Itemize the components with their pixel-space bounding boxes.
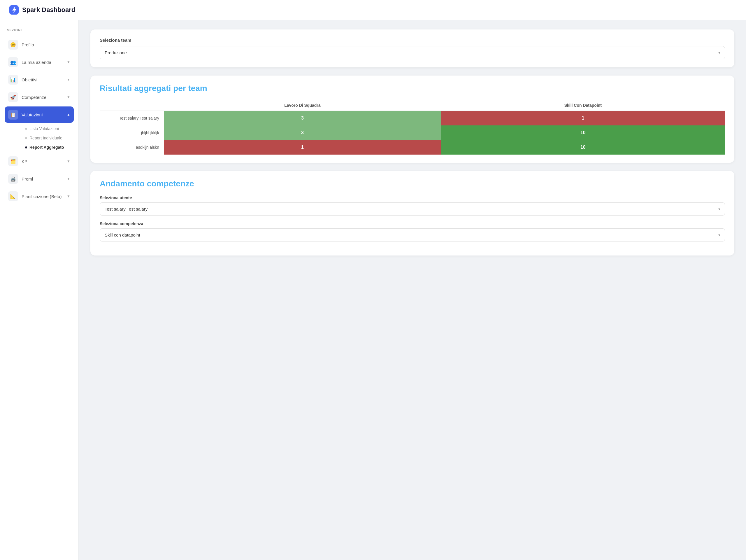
table-row: asdkljn alskn110 [100, 140, 725, 155]
valutazioni-subitems: Lista Valutazioni Report Individuale Rep… [5, 124, 74, 152]
select-utente-group: Seleziona utente Test salary Test salary [100, 195, 725, 216]
table-cell-col1: 3 [164, 111, 441, 126]
table-cell-col1: 3 [164, 125, 441, 140]
table-row: jhljhl jkkljk310 [100, 125, 725, 140]
risultati-card: Risultati aggregati per team Lavoro Di S… [90, 76, 734, 163]
dot-icon [25, 128, 27, 130]
premi-icon: 🖨️ [8, 174, 18, 184]
chevron-down-icon: ▼ [67, 60, 70, 64]
sidebar-item-obiettivi-label: Obiettivi [22, 77, 37, 82]
cell-value: 10 [441, 140, 725, 155]
sidebar-item-pianificazione[interactable]: 📐 Pianificazione (Beta) ▼ [5, 188, 74, 204]
dot-active-icon [25, 146, 27, 148]
chevron-down-icon: ▼ [67, 78, 70, 82]
sidebar-item-valutazioni-label: Valutazioni [22, 112, 42, 117]
select-competenza-wrap: Skill con datapoint [100, 228, 725, 242]
main-content: Seleziona team Produzione Sviluppo Marke… [79, 20, 746, 560]
table-col2-header: Skill Con Datapoint [441, 100, 725, 111]
cell-value: 3 [164, 111, 441, 125]
competenze-icon: 🚀 [8, 92, 18, 102]
sidebar-item-valutazioni[interactable]: 📋 Valutazioni ▲ [5, 107, 74, 123]
sidebar-item-kpi-label: KPI [22, 159, 29, 164]
sidebar-subitem-report-individuale[interactable]: Report Individuale [22, 133, 74, 143]
valutazioni-icon: 📋 [8, 110, 18, 119]
sidebar-section-label: SEZIONI [5, 28, 74, 32]
select-utente-wrap: Test salary Test salary [100, 202, 725, 216]
table-col-name [100, 100, 164, 111]
chevron-down-icon: ▼ [67, 177, 70, 181]
sidebar-item-obiettivi[interactable]: 📊 Obiettivi ▼ [5, 72, 74, 88]
cell-value: 10 [441, 125, 725, 140]
select-team-label: Seleziona team [100, 38, 725, 43]
select-competenza-group: Seleziona competenza Skill con datapoint [100, 221, 725, 242]
chevron-down-icon: ▼ [67, 159, 70, 163]
select-utente-input[interactable]: Test salary Test salary [100, 202, 725, 216]
obiettivi-icon: 📊 [8, 75, 18, 85]
kpi-icon: 🗂️ [8, 156, 18, 166]
table-cell-name: jhljhl jkkljk [100, 125, 164, 140]
sidebar-subitem-report-aggregato[interactable]: Report Aggregato [22, 143, 74, 152]
competenze-card: Andamento competenze Seleziona utente Te… [90, 171, 734, 255]
sidebar-subitem-report-aggregato-label: Report Aggregato [29, 145, 64, 150]
cell-value: 1 [441, 111, 725, 125]
select-team-card: Seleziona team Produzione Sviluppo Marke… [90, 29, 734, 67]
risultati-title: Risultati aggregati per team [100, 84, 725, 93]
azienda-icon: 👥 [8, 57, 18, 67]
competenze-title: Andamento competenze [100, 179, 725, 189]
table-cell-col2: 10 [441, 140, 725, 155]
select-team-wrap: Produzione Sviluppo Marketing [100, 46, 725, 59]
table-row: Test salary Test salary31 [100, 111, 725, 126]
sidebar-item-azienda[interactable]: 👥 La mia azienda ▼ [5, 54, 74, 70]
sidebar-item-pianificazione-label: Pianificazione (Beta) [22, 194, 62, 199]
header: Spark Dashboard [0, 0, 746, 20]
results-table: Lavoro Di Squadra Skill Con Datapoint Te… [100, 100, 725, 155]
profilo-icon: 😊 [8, 40, 18, 50]
cell-value: 3 [164, 125, 441, 140]
pianificazione-icon: 📐 [8, 191, 18, 201]
sidebar-item-profilo-label: Profilo [22, 42, 34, 47]
table-cell-name: asdkljn alskn [100, 140, 164, 155]
app-title: Spark Dashboard [22, 6, 75, 14]
select-team-input[interactable]: Produzione Sviluppo Marketing [100, 46, 725, 59]
sidebar-item-azienda-label: La mia azienda [22, 60, 51, 65]
sidebar-subitem-report-individuale-label: Report Individuale [29, 136, 62, 140]
sidebar-subitem-lista-label: Lista Valutazioni [29, 126, 59, 131]
sidebar-item-kpi[interactable]: 🗂️ KPI ▼ [5, 153, 74, 169]
select-competenza-label: Seleziona competenza [100, 221, 725, 226]
sidebar-item-competenze[interactable]: 🚀 Competenze ▼ [5, 89, 74, 105]
sidebar-item-competenze-label: Competenze [22, 95, 46, 100]
dot-icon [25, 137, 27, 139]
sidebar-item-profilo[interactable]: 😊 Profilo [5, 36, 74, 53]
layout: SEZIONI 😊 Profilo 👥 La mia azienda ▼ 📊 O… [0, 20, 746, 560]
chevron-down-icon: ▼ [67, 95, 70, 99]
select-utente-label: Seleziona utente [100, 195, 725, 200]
logo-icon [9, 5, 19, 15]
table-cell-name: Test salary Test salary [100, 111, 164, 126]
table-cell-col1: 1 [164, 140, 441, 155]
chevron-down-icon: ▼ [67, 194, 70, 198]
sidebar-item-premi-label: Premi [22, 176, 33, 181]
sidebar: SEZIONI 😊 Profilo 👥 La mia azienda ▼ 📊 O… [0, 20, 79, 560]
table-col1-header: Lavoro Di Squadra [164, 100, 441, 111]
cell-value: 1 [164, 140, 441, 155]
table-cell-col2: 10 [441, 125, 725, 140]
sidebar-subitem-lista[interactable]: Lista Valutazioni [22, 124, 74, 133]
select-competenza-input[interactable]: Skill con datapoint [100, 228, 725, 242]
chevron-up-icon: ▲ [67, 113, 70, 117]
sidebar-item-premi[interactable]: 🖨️ Premi ▼ [5, 171, 74, 187]
table-cell-col2: 1 [441, 111, 725, 126]
